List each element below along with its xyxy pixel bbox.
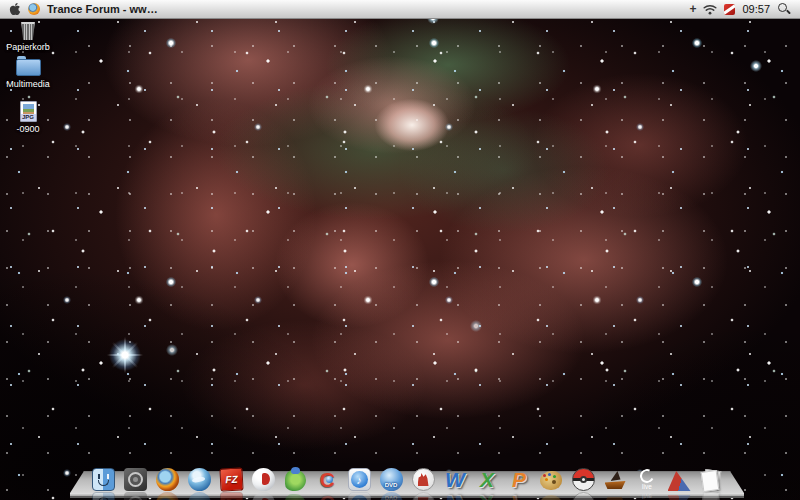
dock-item-documents-stack[interactable] [699, 468, 723, 491]
icon-glyph: P [508, 468, 531, 491]
dock-item-live-app[interactable]: livelive [635, 468, 659, 491]
system-utility-icon [124, 468, 147, 491]
dock-item-ccleaner[interactable]: CC [315, 468, 339, 491]
dock-item-filezilla[interactable]: FZFZ [219, 468, 243, 491]
icon-glyph: live [636, 468, 659, 491]
prism-app-icon [668, 471, 691, 491]
dock-item-thunderbird[interactable] [187, 468, 211, 491]
desktop-icon-label: Multimedia [0, 79, 58, 90]
desktop-icon-label: Papierkorb [0, 42, 58, 53]
desktop-icon-label: -0900 [0, 124, 58, 135]
desktop-icon-jpeg-0900[interactable]: JPG-0900 [0, 101, 58, 135]
toast-burner-icon [412, 468, 435, 491]
thunderbird-icon [188, 468, 211, 491]
live-app-icon: live [636, 468, 659, 491]
dvd-player-icon: DVD [380, 468, 403, 491]
dock-item-glass-orb-app[interactable] [251, 468, 275, 491]
file-type-badge: JPG [21, 114, 36, 121]
finder-icon [92, 468, 115, 491]
wallpaper-starfield [0, 0, 800, 500]
excel-icon: X [476, 468, 499, 491]
glass-orb-app-icon [252, 468, 275, 491]
dock-item-system-utility[interactable] [123, 468, 147, 491]
icon-glyph: W [444, 468, 467, 491]
paint-palette-app-icon [540, 471, 562, 490]
dock: FZFZCC♪♪DVDDVDWWXXPPlivelive [70, 467, 744, 498]
desktop-root[interactable]: Trance Forum - ww… + 09:57 PapierkorbMul… [0, 0, 800, 500]
filezilla-icon: FZ [219, 467, 243, 491]
dock-item-powerpoint[interactable]: PP [507, 468, 531, 491]
dock-item-finder[interactable] [91, 468, 115, 491]
desktop-icon-papierkorb[interactable]: Papierkorb [0, 22, 58, 53]
jpeg-icon: JPG [20, 101, 37, 122]
pokeball-app-icon [572, 468, 595, 491]
ship-app-icon [604, 471, 627, 491]
plus-status-icon[interactable]: + [689, 0, 696, 18]
icon-glyph: FZ [220, 468, 242, 490]
spotlight-icon[interactable] [777, 2, 791, 16]
dock-items: FZFZCC♪♪DVDDVDWWXXPPlivelive [84, 468, 730, 491]
green-creature-app-icon [285, 470, 306, 491]
dock-item-ship-app[interactable] [603, 468, 627, 491]
dock-item-firefox[interactable] [155, 468, 179, 491]
desktop-icon-multimedia[interactable]: Multimedia [0, 57, 58, 90]
powerpoint-icon: P [508, 468, 531, 491]
icon-glyph: C [316, 468, 339, 491]
icon-glyph: X [476, 468, 499, 491]
dock-item-pokeball-app[interactable] [571, 468, 595, 491]
dock-item-paint-palette-app[interactable] [539, 468, 563, 491]
word-icon: W [444, 468, 467, 491]
dock-item-prism-app[interactable] [667, 468, 691, 491]
folder-icon [16, 59, 41, 76]
icon-glyph: ♪ [349, 469, 370, 490]
dock-item-dvd-player[interactable]: DVDDVD [379, 468, 403, 491]
dock-item-green-creature-app[interactable] [283, 468, 307, 491]
dock-item-excel[interactable]: XX [475, 468, 499, 491]
apple-menu-icon[interactable] [9, 2, 21, 16]
itunes-icon: ♪ [348, 468, 371, 491]
dock-item-toast-burner[interactable] [411, 468, 435, 491]
firefox-app-menu-icon[interactable] [28, 3, 40, 15]
red-app-status-icon[interactable] [724, 4, 735, 15]
wifi-status-icon[interactable] [703, 4, 717, 15]
icon-glyph: DVD [380, 468, 403, 491]
documents-stack-icon [700, 468, 723, 491]
firefox-icon [156, 468, 179, 491]
dock-shelf-front [70, 493, 744, 498]
trash-icon [21, 22, 36, 40]
active-window-title[interactable]: Trance Forum - ww… [47, 0, 158, 18]
menu-bar-clock[interactable]: 09:57 [742, 3, 770, 15]
dock-item-itunes[interactable]: ♪♪ [347, 468, 371, 491]
dock-item-word[interactable]: WW [443, 468, 467, 491]
ccleaner-icon: C [316, 468, 339, 491]
menu-bar: Trance Forum - ww… + 09:57 [0, 0, 800, 19]
